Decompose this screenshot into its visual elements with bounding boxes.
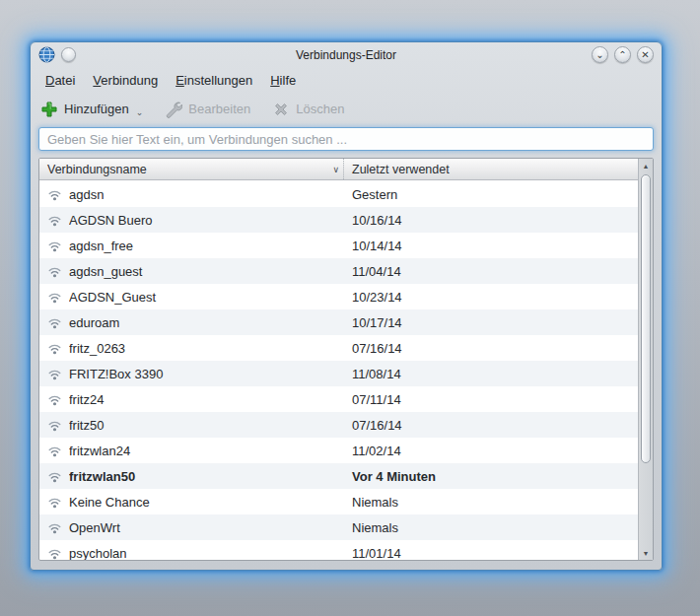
menu-einstellungen[interactable]: Einstellungen <box>167 70 261 91</box>
connection-last-used: 10/16/14 <box>343 213 638 228</box>
connection-last-used: Niemals <box>343 520 638 535</box>
connection-last-used: Niemals <box>343 495 638 510</box>
toolbar: Hinzufügen ⌄ Bearbeiten Löschen <box>31 93 662 125</box>
wireless-network-icon <box>47 239 62 253</box>
connection-rows: agdsn Gestern AGDSN Buero 10/16/14 agdsn… <box>39 181 638 560</box>
row-icon-wrap <box>39 520 69 535</box>
add-dropdown-chevron-icon: ⌄ <box>136 107 144 117</box>
row-icon-wrap <box>39 546 69 561</box>
connection-last-used: 10/14/14 <box>343 239 638 253</box>
wireless-network-icon <box>47 392 62 407</box>
connection-row[interactable]: agdsn Gestern <box>39 181 638 207</box>
connection-name: agdsn_guest <box>69 264 343 279</box>
connection-last-used: 11/04/14 <box>343 264 638 279</box>
window-menu-button[interactable] <box>61 47 76 62</box>
connection-last-used: Gestern <box>343 187 638 202</box>
menubar: Datei Verbindung Einstellungen Hilfe <box>31 67 662 93</box>
add-connection-button[interactable]: Hinzufügen ⌄ <box>40 101 143 118</box>
menu-hilfe[interactable]: Hilfe <box>261 70 305 91</box>
menu-datei[interactable]: Datei <box>36 70 84 91</box>
column-header-last-used[interactable]: Zuletzt verwendet <box>343 159 638 179</box>
connection-row[interactable]: fritzwlan50 Vor 4 Minuten <box>39 463 638 489</box>
scroll-up-icon[interactable]: ▲ <box>639 159 653 172</box>
scroll-down-icon[interactable]: ▼ <box>639 546 653 560</box>
connection-name: FRITZ!Box 3390 <box>69 367 343 381</box>
delete-connection-label: Löschen <box>296 102 344 116</box>
connection-name: agdsn_free <box>69 239 343 253</box>
delete-connection-button: Löschen <box>272 101 344 118</box>
edit-connection-button: Bearbeiten <box>165 101 250 118</box>
connection-row[interactable]: fritz24 07/11/14 <box>39 386 638 412</box>
connection-row[interactable]: fritz50 07/16/14 <box>39 412 638 438</box>
connection-row[interactable]: agdsn_free 10/14/14 <box>39 233 638 258</box>
wireless-network-icon <box>47 444 62 458</box>
connection-name: eduroam <box>69 315 343 330</box>
row-icon-wrap <box>39 315 69 330</box>
row-icon-wrap <box>39 213 69 228</box>
connection-row[interactable]: fritz_0263 07/16/14 <box>39 335 638 361</box>
wireless-network-icon <box>47 264 62 279</box>
row-icon-wrap <box>39 290 69 305</box>
connection-row[interactable]: Keine Chance Niemals <box>39 489 638 514</box>
row-icon-wrap <box>39 444 69 458</box>
row-icon-wrap <box>39 367 69 381</box>
row-icon-wrap <box>39 187 69 202</box>
connection-name: fritzwlan50 <box>69 469 343 484</box>
connection-row[interactable]: fritzwlan24 11/02/14 <box>39 438 638 463</box>
wrench-icon <box>165 101 182 118</box>
sort-indicator-icon[interactable]: ∨ <box>332 165 339 174</box>
connection-editor-window: Verbindungs-Editor ⌄ ⌃ ✕ Datei Verbindun… <box>30 41 663 571</box>
row-icon-wrap <box>39 341 69 356</box>
menu-verbindung[interactable]: Verbindung <box>84 70 167 91</box>
search-input[interactable] <box>38 127 654 151</box>
connection-last-used: 11/01/14 <box>343 546 638 561</box>
add-connection-label: Hinzufügen <box>64 102 129 116</box>
connection-name: fritz_0263 <box>69 341 343 356</box>
wireless-network-icon <box>47 495 62 510</box>
connection-last-used: 10/23/14 <box>343 290 638 305</box>
connection-name: fritz50 <box>69 418 343 433</box>
wireless-network-icon <box>47 341 62 356</box>
delete-x-icon <box>272 101 290 118</box>
connection-last-used: 07/11/14 <box>343 392 638 407</box>
vertical-scrollbar[interactable]: ▲ ▼ <box>638 159 653 560</box>
connection-name: AGDSN_Guest <box>69 290 343 305</box>
connection-row[interactable]: AGDSN Buero 10/16/14 <box>39 207 638 233</box>
titlebar[interactable]: Verbindungs-Editor ⌄ ⌃ ✕ <box>31 42 662 67</box>
app-globe-icon[interactable] <box>38 46 55 63</box>
row-icon-wrap <box>39 264 69 279</box>
scrollbar-thumb[interactable] <box>641 174 651 463</box>
row-icon-wrap <box>39 239 69 253</box>
connection-row[interactable]: psycholan 11/01/14 <box>39 540 638 561</box>
connection-name: Keine Chance <box>69 495 343 510</box>
close-button[interactable]: ✕ <box>637 46 654 63</box>
plus-icon <box>40 101 58 118</box>
connection-list: Verbindungsname ∨ Zuletzt verwendet agds… <box>38 158 654 561</box>
connection-name: fritz24 <box>69 392 343 407</box>
maximize-button[interactable]: ⌃ <box>614 46 631 63</box>
connection-last-used: 07/16/14 <box>343 418 638 433</box>
wireless-network-icon <box>47 187 62 202</box>
list-header: Verbindungsname ∨ Zuletzt verwendet <box>39 159 638 180</box>
connection-row[interactable]: AGDSN_Guest 10/23/14 <box>39 284 638 309</box>
wireless-network-icon <box>47 520 62 535</box>
connection-row[interactable]: agdsn_guest 11/04/14 <box>39 258 638 284</box>
search-bar <box>31 125 662 158</box>
wireless-network-icon <box>47 290 62 305</box>
connection-last-used: 11/08/14 <box>343 367 638 381</box>
wireless-network-icon <box>47 546 62 561</box>
connection-row[interactable]: eduroam 10/17/14 <box>39 309 638 335</box>
row-icon-wrap <box>39 392 69 407</box>
row-icon-wrap <box>39 469 69 484</box>
connection-name: psycholan <box>69 546 343 561</box>
minimize-button[interactable]: ⌄ <box>592 46 608 63</box>
connection-last-used: 11/02/14 <box>343 444 638 458</box>
column-header-name[interactable]: Verbindungsname ∨ <box>39 159 343 179</box>
connection-row[interactable]: FRITZ!Box 3390 11/08/14 <box>39 361 638 386</box>
connection-row[interactable]: OpenWrt Niemals <box>39 514 638 540</box>
connection-last-used: Vor 4 Minuten <box>343 469 638 484</box>
connection-last-used: 07/16/14 <box>343 341 638 356</box>
connection-name: fritzwlan24 <box>69 444 343 458</box>
wireless-network-icon <box>47 418 62 433</box>
connection-name: OpenWrt <box>69 520 343 535</box>
